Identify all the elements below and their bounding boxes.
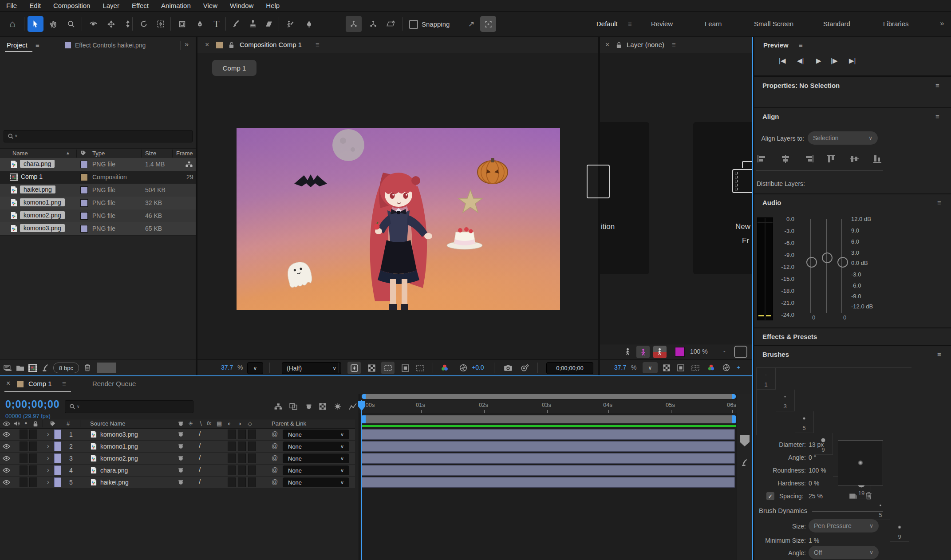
unlock-icon[interactable]	[229, 42, 234, 48]
layer-bar-2[interactable]	[361, 441, 735, 452]
prev-frame-button[interactable]: ◀|	[797, 57, 804, 65]
quality-toggle-icon[interactable]: /	[199, 430, 201, 438]
layer-card-right[interactable]: New Fr	[693, 122, 752, 274]
menu-help[interactable]: Help	[260, 2, 286, 9]
parent-dropdown[interactable]: None∨	[283, 430, 349, 439]
shy-toggle-icon[interactable]	[178, 467, 184, 473]
parent-dropdown[interactable]: None∨	[283, 454, 349, 463]
comp-panel-menu-icon[interactable]: ≡	[316, 41, 320, 48]
layer-label-swatch[interactable]	[54, 454, 61, 463]
unlock-icon[interactable]	[616, 42, 622, 48]
timeline-search-input[interactable]: ∨	[65, 400, 193, 413]
exposure-icon[interactable]	[459, 364, 467, 372]
quality-toggle-icon[interactable]: /	[199, 478, 201, 485]
align-left-icon[interactable]	[757, 154, 768, 163]
properties-panel-menu-icon[interactable]: ≡	[935, 82, 939, 89]
layer-source-name[interactable]: chara.png	[100, 467, 128, 474]
layer-row-1[interactable]: › 1 komono3.png / @ None∨	[0, 429, 355, 440]
comp-mini-flowchart-icon[interactable]	[274, 403, 282, 410]
pickwhip-icon[interactable]: @	[272, 442, 278, 450]
file-name[interactable]: chara.png	[20, 160, 55, 168]
audio-knob-left[interactable]	[806, 257, 817, 268]
eye-icon[interactable]	[3, 468, 10, 473]
layer-row-3[interactable]: › 3 komono2.png / @ None∨	[0, 453, 355, 464]
boundary-color-swatch[interactable]	[675, 347, 685, 357]
properties-title[interactable]: Properties: No Selection	[762, 82, 840, 89]
world-axis-mode-icon[interactable]	[365, 16, 381, 32]
new-folder-icon[interactable]	[16, 365, 24, 371]
rectangle-tool-icon[interactable]	[174, 16, 190, 32]
spacing-value[interactable]: 25 %	[809, 493, 823, 500]
project-search-input[interactable]: ∨	[4, 130, 193, 142]
menu-effect[interactable]: Effect	[126, 2, 155, 9]
label-swatch[interactable]	[80, 161, 88, 168]
file-name[interactable]: komono2.png	[20, 211, 65, 219]
file-name[interactable]: komono1.png	[20, 198, 65, 206]
layer-zoom-value[interactable]: 37.7	[614, 364, 626, 371]
first-frame-button[interactable]: |◀	[779, 57, 785, 65]
layer-bar-4[interactable]	[361, 465, 735, 476]
workspace-libraries[interactable]: Libraries	[883, 20, 909, 28]
roundness-value[interactable]: 100 %	[809, 467, 826, 474]
parent-dropdown[interactable]: None∨	[283, 465, 349, 475]
brush-preset[interactable]: 5	[795, 411, 814, 433]
comp-viewport-artwork[interactable]	[237, 128, 560, 310]
file-name[interactable]: haikei.png	[20, 185, 55, 193]
type-tool-icon[interactable]: T	[209, 16, 225, 32]
label-swatch[interactable]	[80, 174, 88, 181]
layer-magnification[interactable]: 100 %	[690, 348, 708, 355]
grid-guides-icon[interactable]	[691, 364, 699, 371]
layer-source-name[interactable]: komono2.png	[100, 455, 138, 462]
layer-source-name[interactable]: komono1.png	[100, 443, 138, 450]
pan-camera-tool-icon[interactable]	[103, 16, 119, 32]
channel-rgb-icon[interactable]	[441, 364, 449, 372]
comp-timecode[interactable]: 0;00;00;00	[546, 362, 593, 374]
work-area-bar[interactable]	[362, 415, 736, 423]
workspace-default[interactable]: Default	[596, 20, 618, 28]
eye-icon[interactable]	[3, 432, 10, 437]
playhead-line[interactable]	[361, 400, 362, 560]
menu-composition[interactable]: Composition	[47, 2, 96, 9]
tab-timeline-comp1[interactable]: Comp 1	[28, 380, 52, 387]
angle-dynamics-dropdown[interactable]: Off∨	[809, 546, 879, 559]
menu-window[interactable]: Window	[224, 2, 260, 9]
file-name[interactable]: komono3.png	[20, 224, 65, 232]
brush-preset[interactable]: 1	[757, 368, 776, 390]
comp-resolution-dropdown[interactable]: (Half)∨	[282, 362, 341, 374]
rotobrush-boundary-icon[interactable]	[636, 346, 650, 358]
comp-chip[interactable]: Comp 1	[212, 60, 256, 76]
expand-icon[interactable]: ›	[47, 454, 49, 461]
audio-knob-center[interactable]	[822, 252, 833, 263]
menu-file[interactable]: File	[0, 2, 23, 9]
diameter-value[interactable]: 13 px	[809, 441, 824, 448]
pickwhip-icon[interactable]: @	[272, 466, 278, 473]
layer-bar-3[interactable]	[361, 453, 735, 464]
layer-zoom-dropdown[interactable]: ∨	[643, 362, 658, 373]
expand-icon[interactable]: ›	[47, 442, 49, 450]
view-bracket-icon[interactable]	[734, 346, 747, 358]
layer-label-swatch[interactable]	[54, 477, 61, 487]
eye-icon[interactable]	[3, 456, 10, 461]
fast-previews-icon[interactable]	[347, 362, 361, 374]
project-row-comp1[interactable]: Comp 1 Composition 29	[0, 171, 196, 184]
show-snapshot-icon[interactable]	[521, 364, 529, 372]
snapping-checkbox[interactable]	[409, 20, 418, 29]
eye-icon[interactable]	[3, 480, 10, 485]
view-axis-mode-icon[interactable]	[383, 16, 399, 32]
draft-3d-icon[interactable]	[289, 403, 297, 410]
align-v-center-icon[interactable]	[849, 154, 860, 163]
effects-presets-title[interactable]: Effects & Presets	[762, 333, 817, 340]
close-comp-tab-icon[interactable]: ×	[205, 41, 209, 49]
camera-tool-icon[interactable]	[153, 16, 169, 32]
comp-zoom-dropdown[interactable]: ∨	[247, 362, 263, 374]
col-frame[interactable]: Frame	[176, 150, 193, 157]
workspace-small-screen[interactable]: Small Screen	[754, 20, 793, 28]
layer-label-swatch[interactable]	[54, 430, 61, 439]
source-name-column[interactable]: Source Name	[90, 420, 125, 427]
close-layer-tab-icon[interactable]: ×	[605, 41, 609, 49]
audio-title[interactable]: Audio	[762, 199, 781, 206]
project-row-komono3[interactable]: komono3.png PNG file 65 KB	[0, 222, 196, 236]
layer-panel-menu-icon[interactable]: ≡	[672, 41, 676, 48]
brush-preset[interactable]: 9	[890, 520, 909, 542]
parent-link-column[interactable]: Parent & Link	[272, 420, 306, 427]
